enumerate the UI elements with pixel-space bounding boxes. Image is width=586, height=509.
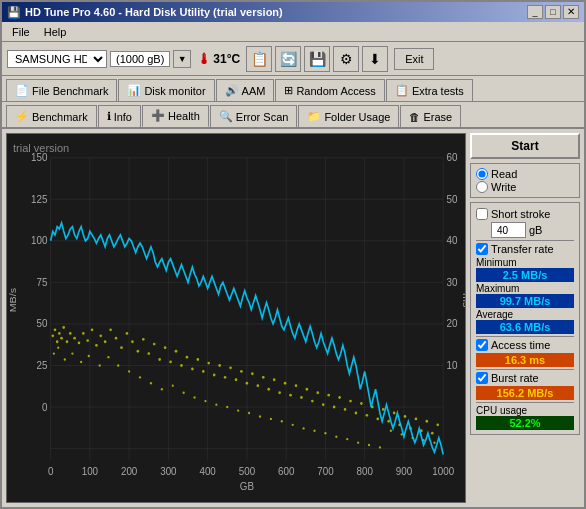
svg-point-97 [295, 384, 298, 387]
read-radio[interactable] [476, 168, 488, 180]
svg-text:100: 100 [31, 235, 48, 246]
svg-point-67 [131, 340, 134, 343]
cpu-usage-value: 52.2% [476, 416, 574, 430]
error-scan-icon: 🔍 [219, 110, 233, 123]
temperature-value: 31°C [213, 52, 240, 66]
svg-point-135 [150, 382, 152, 384]
svg-text:500: 500 [239, 465, 256, 476]
read-label: Read [491, 168, 517, 180]
tab-erase[interactable]: 🗑 Erase [400, 105, 461, 127]
svg-point-101 [316, 391, 319, 394]
close-button[interactable]: ✕ [563, 5, 579, 19]
short-stroke-row: Short stroke [476, 208, 574, 220]
svg-point-76 [180, 364, 183, 367]
svg-text:0: 0 [42, 401, 48, 412]
drive-select-group: SAMSUNG HD103UJ (1000 gB) ▼ [7, 50, 191, 68]
burst-rate-value: 156.2 MB/s [476, 386, 574, 400]
tab-aam[interactable]: 🔊 AAM [216, 79, 275, 101]
drive-dropdown[interactable]: SAMSUNG HD103UJ [7, 50, 107, 68]
main-window: 💾 HD Tune Pro 4.60 - Hard Disk Utility (… [0, 0, 586, 509]
tab-disk-monitor[interactable]: 📊 Disk monitor [118, 79, 214, 101]
erase-icon: 🗑 [409, 111, 420, 123]
svg-point-138 [183, 392, 185, 394]
svg-point-100 [311, 400, 314, 403]
burst-rate-checkbox[interactable] [476, 372, 488, 384]
access-time-checkbox[interactable] [476, 339, 488, 351]
toolbar-btn-3[interactable]: 💾 [304, 46, 330, 72]
toolbar-btn-5[interactable]: ⬇ [362, 46, 388, 72]
svg-point-57 [82, 332, 85, 335]
svg-point-127 [71, 352, 73, 354]
svg-text:75: 75 [36, 277, 47, 288]
burst-rate-checkbox-row: Burst rate [476, 372, 574, 384]
svg-point-65 [120, 346, 123, 349]
svg-point-149 [303, 427, 305, 429]
svg-text:600: 600 [278, 465, 295, 476]
tab-benchmark[interactable]: ⚡ Benchmark [6, 105, 97, 127]
file-menu[interactable]: File [6, 25, 36, 39]
drive-combo-btn[interactable]: ▼ [173, 50, 191, 68]
short-stroke-input-row: gB [491, 222, 574, 238]
svg-point-153 [346, 438, 348, 440]
toolbar-btn-1[interactable]: 📋 [246, 46, 272, 72]
aam-icon: 🔊 [225, 84, 239, 97]
tab-extra-tests[interactable]: 📋 Extra tests [386, 79, 473, 101]
svg-point-78 [191, 368, 194, 371]
svg-text:0: 0 [48, 465, 54, 476]
minimize-button[interactable]: _ [527, 5, 543, 19]
svg-point-106 [344, 408, 347, 411]
svg-point-108 [355, 412, 358, 415]
main-content: trial version [2, 129, 584, 507]
transfer-rate-checkbox[interactable] [476, 243, 488, 255]
tab-random-access[interactable]: ⊞ Random Access [275, 79, 384, 101]
title-bar-controls: _ □ ✕ [527, 5, 579, 19]
svg-point-70 [147, 352, 150, 355]
svg-point-96 [289, 394, 292, 397]
start-button[interactable]: Start [470, 133, 580, 159]
short-stroke-input[interactable] [491, 222, 526, 238]
svg-text:1000: 1000 [432, 465, 454, 476]
svg-point-68 [137, 350, 140, 353]
svg-point-137 [172, 384, 174, 386]
svg-text:900: 900 [396, 465, 413, 476]
disk-monitor-icon: 📊 [127, 84, 141, 97]
svg-point-73 [164, 346, 167, 349]
maximize-button[interactable]: □ [545, 5, 561, 19]
svg-point-107 [349, 400, 352, 403]
access-time-label: Access time [491, 339, 550, 351]
svg-point-156 [379, 446, 381, 448]
svg-point-130 [99, 364, 101, 366]
minimum-label: Minimum [476, 257, 574, 268]
help-menu[interactable]: Help [38, 25, 73, 39]
svg-point-133 [128, 370, 130, 372]
write-radio[interactable] [476, 181, 488, 193]
temperature-display: 🌡 31°C [197, 51, 240, 67]
svg-point-144 [248, 412, 250, 414]
svg-point-98 [300, 396, 303, 399]
exit-button[interactable]: Exit [394, 48, 434, 70]
svg-point-62 [104, 340, 107, 343]
svg-point-64 [115, 337, 118, 340]
right-panel: Start Read Write Short stroke [470, 133, 580, 503]
chart-svg: 150 125 100 75 50 25 0 MB/s 60 50 40 30 … [7, 134, 465, 502]
svg-point-114 [387, 420, 390, 423]
toolbar-btn-2[interactable]: 🔄 [275, 46, 301, 72]
svg-point-56 [78, 342, 81, 345]
health-icon: ➕ [151, 109, 165, 122]
svg-point-59 [91, 328, 94, 331]
short-stroke-checkbox[interactable] [476, 208, 488, 220]
toolbar-btn-4[interactable]: ⚙ [333, 46, 359, 72]
svg-point-102 [322, 403, 325, 406]
tab-error-scan[interactable]: 🔍 Error Scan [210, 105, 298, 127]
svg-point-58 [86, 339, 89, 342]
svg-point-147 [281, 420, 283, 422]
tab-folder-usage[interactable]: 📁 Folder Usage [298, 105, 399, 127]
tab-health[interactable]: ➕ Health [142, 105, 209, 127]
access-time-checkbox-row: Access time [476, 339, 574, 351]
tabs-row-1: 📄 File Benchmark 📊 Disk monitor 🔊 AAM ⊞ … [2, 76, 584, 102]
svg-point-53 [66, 340, 69, 343]
menubar: File Help [2, 22, 584, 42]
short-stroke-label: Short stroke [491, 208, 550, 220]
tab-file-benchmark[interactable]: 📄 File Benchmark [6, 79, 117, 101]
tab-info[interactable]: ℹ Info [98, 105, 141, 127]
